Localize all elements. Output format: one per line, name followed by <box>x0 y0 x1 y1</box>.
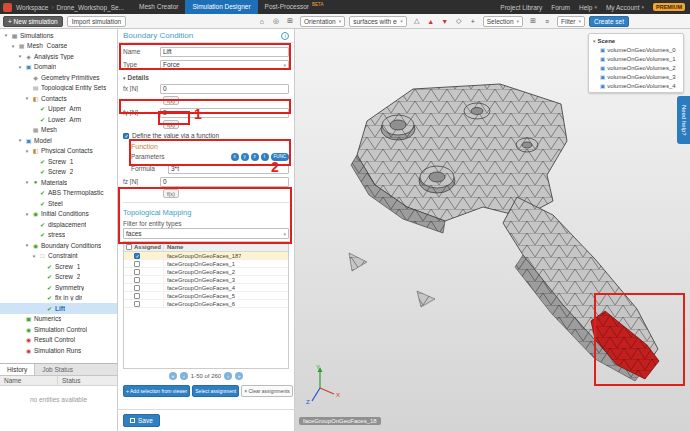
expand-arrow-icon[interactable]: ▾ <box>31 253 37 259</box>
scene-item[interactable]: ▣volumeOnGeoVolumes_0 <box>589 45 683 54</box>
table-row[interactable]: faceGroupOnGeoFaces_1 <box>124 260 288 268</box>
tree-item-constraint[interactable]: ▾□Constraint <box>0 251 117 262</box>
table-row[interactable]: faceGroupOnGeoFaces_4 <box>124 284 288 292</box>
tree-item-mesh[interactable]: ▦Mesh <box>0 125 117 136</box>
tree-item-lift[interactable]: ✔Lift <box>0 303 117 314</box>
expand-arrow-icon[interactable]: ▾ <box>24 95 30 101</box>
assigned-checkbox[interactable] <box>134 269 140 275</box>
tree-item-simulations[interactable]: ▾▦Simulations <box>0 30 117 41</box>
expand-arrow-icon[interactable]: ▾ <box>24 179 30 185</box>
selection-list-icon[interactable]: ≡ <box>541 15 553 27</box>
parameter-chip-z[interactable]: z <box>251 153 259 161</box>
topbar-item-project-library[interactable]: Project Library <box>500 4 542 11</box>
render-mode-select[interactable]: surfaces with edges ▾ <box>349 16 407 27</box>
parameter-chip-y[interactable]: y <box>241 153 249 161</box>
table-row[interactable]: faceGroupOnGeoFaces_3 <box>124 276 288 284</box>
topbar-item-forum[interactable]: Forum <box>551 4 570 11</box>
parameter-chip-x[interactable]: x <box>231 153 239 161</box>
formula-input[interactable] <box>168 164 289 174</box>
tab-simulation-designer[interactable]: Simulation Designer <box>185 0 257 14</box>
tree-item-domain[interactable]: ▾▣Domain <box>0 62 117 73</box>
tree-item-simulation-control[interactable]: ◉Simulation Control <box>0 324 117 335</box>
select-assignment-button[interactable]: Select assignment <box>192 385 239 397</box>
wireframe-icon[interactable]: △ <box>411 15 423 27</box>
save-button[interactable]: Save <box>123 414 160 427</box>
expand-arrow-icon[interactable]: ▾ <box>24 148 30 154</box>
tree-item-numerics[interactable]: ▣Numerics <box>0 314 117 325</box>
table-row[interactable]: faceGroupOnGeoFaces_6 <box>124 300 288 308</box>
tree-item-model[interactable]: ▾▣Model <box>0 135 117 146</box>
details-section-header[interactable]: ▾ Details <box>123 74 289 81</box>
tree-item-simulation-runs[interactable]: ◉Simulation Runs <box>0 345 117 356</box>
tree-item-screw-1[interactable]: ✔Screw_1 <box>0 156 117 167</box>
name-input[interactable] <box>160 47 289 57</box>
assigned-checkbox[interactable] <box>134 261 140 267</box>
fx-input[interactable] <box>160 84 289 94</box>
tree-item-result-control[interactable]: ◉Result Control <box>0 335 117 346</box>
expand-arrow-icon[interactable]: ▾ <box>3 32 9 38</box>
parameter-chip-func[interactable]: FUNC <box>271 153 290 161</box>
tree-item-steel[interactable]: ✔Steel <box>0 198 117 209</box>
tree-item-abs-thermoplastic[interactable]: ✔ABS Thermoplastic <box>0 188 117 199</box>
table-row[interactable]: faceGroupOnGeoFaces_2 <box>124 268 288 276</box>
workspace-name[interactable]: Drone_Workshop_Se... <box>57 4 124 11</box>
expand-arrow-icon[interactable]: ▾ <box>10 43 16 49</box>
box-select-icon[interactable]: ⊞ <box>527 15 539 27</box>
fy-input[interactable] <box>160 108 289 118</box>
new-simulation-button[interactable]: + New simulation <box>3 16 63 27</box>
hide-selection-icon[interactable]: ▼ <box>439 15 451 27</box>
prev-page-button[interactable]: ‹ <box>180 372 188 380</box>
tree-item-upper-arm[interactable]: ✔Upper_Arm <box>0 104 117 115</box>
perspective-view-icon[interactable]: ⊞ <box>284 15 296 27</box>
expand-arrow-icon[interactable]: ▾ <box>17 64 23 70</box>
create-set-button[interactable]: Create set <box>589 16 629 27</box>
transparency-icon[interactable]: ◇ <box>453 15 465 27</box>
fz-formula-toggle-button[interactable]: f(x) <box>163 189 179 198</box>
tree-item-fix-in-y-dir[interactable]: ✔fix in y dir <box>0 293 117 304</box>
expand-arrow-icon[interactable]: ▾ <box>17 137 23 143</box>
next-page-button[interactable]: › <box>224 372 232 380</box>
topbar-item-my-account[interactable]: My Account▾ <box>606 4 644 11</box>
workspace-label[interactable]: Workspace <box>16 4 48 11</box>
need-help-tab[interactable]: Need help? <box>677 96 690 144</box>
expand-arrow-icon[interactable]: ▾ <box>24 242 30 248</box>
section-plane-icon[interactable]: + <box>467 15 479 27</box>
tree-item-displacement[interactable]: ✔displacement <box>0 219 117 230</box>
table-row[interactable]: faceGroupOnGeoFaces_187 <box>124 252 288 260</box>
parameter-chip-t[interactable]: t <box>261 153 269 161</box>
orientation-dropdown[interactable]: Orientation ▾ <box>300 16 345 27</box>
home-view-icon[interactable]: ⌂ <box>256 15 268 27</box>
topbar-item-help[interactable]: Help▾ <box>579 4 597 11</box>
scene-item[interactable]: ▣volumeOnGeoVolumes_4 <box>589 81 683 90</box>
scene-item[interactable]: ▣volumeOnGeoVolumes_1 <box>589 54 683 63</box>
show-selection-icon[interactable]: ▲ <box>425 15 437 27</box>
filter-dropdown[interactable]: Filter ▾ <box>557 16 585 27</box>
tree-item-topological-entity-sets[interactable]: ▤Topological Entity Sets <box>0 83 117 94</box>
tree-item-analysis-type[interactable]: ▾◈Analysis Type <box>0 51 117 62</box>
tree-item-contacts[interactable]: ▾◧Contacts <box>0 93 117 104</box>
type-select[interactable]: Force ▾ <box>160 60 289 70</box>
first-page-button[interactable]: « <box>169 372 177 380</box>
tree-item-screw-2[interactable]: ✔Screw_2 <box>0 272 117 283</box>
tab-mesh-creator[interactable]: Mesh Creator <box>132 0 185 14</box>
import-simulation-button[interactable]: Import simulation <box>67 16 127 27</box>
tree-item-stress[interactable]: ✔stress <box>0 230 117 241</box>
tab-job-status[interactable]: Job Status <box>35 364 80 375</box>
tree-item-materials[interactable]: ▾●Materials <box>0 177 117 188</box>
tree-item-symmetry[interactable]: ✔Symmetry <box>0 282 117 293</box>
tree-item-mesh-coarse[interactable]: ▾▦Mesh_Coarse <box>0 41 117 52</box>
tree-item-geometry-primitives[interactable]: ◆Geometry Primitives <box>0 72 117 83</box>
function-checkbox[interactable] <box>123 133 129 139</box>
fy-formula-toggle-button[interactable]: f(x) <box>163 120 179 129</box>
add-selection-from-viewer-button[interactable]: + Add selection from viewer <box>123 385 190 397</box>
expand-arrow-icon[interactable]: ▾ <box>17 53 23 59</box>
clear-assignments-button[interactable]: × Clear assignments <box>241 385 293 397</box>
viewport-3d[interactable]: ▾ Scene ▣volumeOnGeoVolumes_0▣volumeOnGe… <box>295 29 690 431</box>
tab-history[interactable]: History <box>0 364 35 375</box>
tree-item-screw-2[interactable]: ✔Screw_2 <box>0 167 117 178</box>
scene-item[interactable]: ▣volumeOnGeoVolumes_2 <box>589 63 683 72</box>
fit-view-icon[interactable]: ◎ <box>270 15 282 27</box>
tab-post-processor[interactable]: Post-ProcessorBETA <box>258 0 331 14</box>
tree-item-physical-contacts[interactable]: ▾◧Physical Contacts <box>0 146 117 157</box>
fz-input[interactable] <box>160 177 289 187</box>
